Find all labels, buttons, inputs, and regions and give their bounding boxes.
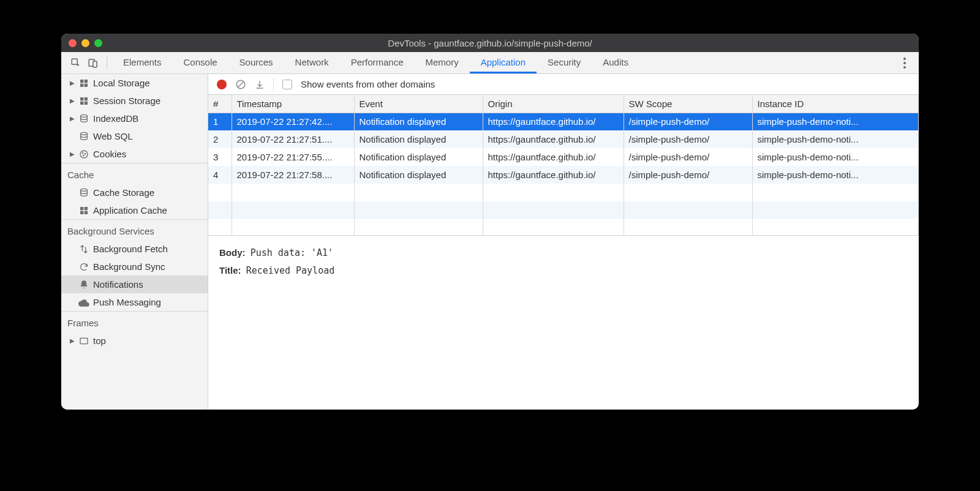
window-controls <box>69 39 102 47</box>
svg-rect-23 <box>80 211 83 214</box>
grid-icon <box>78 205 89 216</box>
tab-network[interactable]: Network <box>284 52 340 73</box>
column-header[interactable]: SW Scope <box>624 95 752 113</box>
sidebar-item-background-sync[interactable]: Background Sync <box>61 258 208 275</box>
column-header[interactable]: Instance ID <box>752 95 919 113</box>
detail-panel: Body: Push data: 'A1' Title: Received Pa… <box>208 236 919 288</box>
sidebar-item-push-messaging[interactable]: Push Messaging <box>61 293 208 311</box>
cell-ts: 2019-07-22 21:27:55.... <box>232 148 354 166</box>
cell-n: 2 <box>208 130 232 148</box>
svg-rect-2 <box>93 61 97 67</box>
tab-application[interactable]: Application <box>470 52 537 73</box>
tab-memory[interactable]: Memory <box>415 52 470 73</box>
clear-icon[interactable] <box>235 79 246 90</box>
sidebar-item-cache-storage[interactable]: Cache Storage <box>61 184 208 201</box>
detail-body-label: Body: <box>219 247 246 258</box>
sidebar-item-local-storage[interactable]: ▶Local Storage <box>61 74 208 92</box>
cell-ev: Notification displayed <box>354 113 483 130</box>
close-window-button[interactable] <box>69 39 77 47</box>
sidebar-item-cookies[interactable]: ▶Cookies <box>61 145 208 163</box>
record-button[interactable] <box>217 80 227 89</box>
minimize-window-button[interactable] <box>81 39 89 47</box>
cell-id: simple-push-demo-noti... <box>752 148 919 166</box>
svg-point-14 <box>81 114 88 117</box>
tab-elements[interactable]: Elements <box>112 52 173 73</box>
svg-rect-6 <box>80 80 83 83</box>
sidebar-item-notifications[interactable]: Notifications <box>61 275 208 293</box>
tab-security[interactable]: Security <box>537 52 592 73</box>
column-header[interactable]: Timestamp <box>232 95 354 113</box>
device-toggle-icon[interactable] <box>85 54 102 72</box>
maximize-window-button[interactable] <box>94 39 102 47</box>
sidebar-item-background-fetch[interactable]: Background Fetch <box>61 240 208 258</box>
detail-title-value: Received Payload <box>246 265 335 276</box>
table-row-empty <box>208 219 919 236</box>
svg-rect-13 <box>85 101 88 104</box>
db-icon <box>78 131 89 142</box>
db-icon <box>78 187 89 198</box>
more-menu-icon[interactable] <box>897 57 913 69</box>
sidebar-item-label: IndexedDB <box>93 113 138 124</box>
sidebar-item-label: Background Sync <box>93 261 165 272</box>
svg-point-15 <box>81 132 88 135</box>
show-events-label: Show events from other domains <box>301 79 435 89</box>
svg-point-4 <box>903 62 906 64</box>
svg-rect-11 <box>85 97 88 100</box>
sidebar-item-label: Local Storage <box>93 78 150 88</box>
updown-icon <box>78 244 89 255</box>
tab-sources[interactable]: Sources <box>228 52 284 73</box>
db-icon <box>78 113 89 124</box>
titlebar: DevTools - gauntface.github.io/simple-pu… <box>61 34 919 52</box>
cell-ev: Notification displayed <box>354 148 483 166</box>
sidebar-item-web-sql[interactable]: Web SQL <box>61 127 208 145</box>
cell-ts: 2019-07-22 21:27:58.... <box>232 166 354 184</box>
svg-rect-24 <box>85 211 88 214</box>
cell-or: https://gauntface.github.io/ <box>483 113 624 130</box>
cookie-icon <box>78 149 89 160</box>
download-icon[interactable] <box>255 80 265 89</box>
cloud-icon <box>78 297 89 308</box>
sidebar: ▶Local Storage▶Session Storage▶IndexedDB… <box>61 74 208 410</box>
sidebar-item-label: Notifications <box>93 279 143 290</box>
svg-rect-12 <box>80 101 83 104</box>
grid-icon <box>78 78 89 89</box>
table-row[interactable]: 12019-07-22 21:27:42....Notification dis… <box>208 113 919 130</box>
tab-performance[interactable]: Performance <box>340 52 415 73</box>
svg-rect-22 <box>85 207 88 210</box>
sidebar-item-application-cache[interactable]: Application Cache <box>61 201 208 219</box>
sidebar-item-top[interactable]: ▶top <box>61 332 208 350</box>
table-row[interactable]: 42019-07-22 21:27:58....Notification dis… <box>208 166 919 184</box>
sidebar-item-indexeddb[interactable]: ▶IndexedDB <box>61 110 208 127</box>
sidebar-item-label: top <box>93 335 106 346</box>
top-tabs: ElementsConsoleSourcesNetworkPerformance… <box>61 52 919 74</box>
cell-id: simple-push-demo-noti... <box>752 130 919 148</box>
expand-arrow-icon: ▶ <box>70 337 75 344</box>
sidebar-item-label: Cookies <box>93 149 126 159</box>
tab-audits[interactable]: Audits <box>592 52 639 73</box>
column-header[interactable]: # <box>208 95 232 113</box>
detail-body-value: Push data: 'A1' <box>251 247 333 258</box>
sidebar-section-frames: Frames <box>61 311 208 332</box>
column-header[interactable]: Origin <box>483 95 624 113</box>
divider <box>107 56 107 70</box>
svg-rect-7 <box>85 80 88 83</box>
svg-point-3 <box>903 58 906 60</box>
svg-point-16 <box>80 151 88 158</box>
cell-id: simple-push-demo-noti... <box>752 166 919 184</box>
tab-console[interactable]: Console <box>173 52 228 73</box>
devtools-window: DevTools - gauntface.github.io/simple-pu… <box>61 34 919 410</box>
table-row[interactable]: 22019-07-22 21:27:51....Notification dis… <box>208 130 919 148</box>
inspect-element-icon[interactable] <box>67 54 85 72</box>
cell-sw: /simple-push-demo/ <box>624 130 752 148</box>
cell-sw: /simple-push-demo/ <box>624 166 752 184</box>
sidebar-section-cache: Cache <box>61 163 208 184</box>
show-events-checkbox[interactable] <box>282 80 292 89</box>
column-header[interactable]: Event <box>354 95 483 113</box>
table-row[interactable]: 32019-07-22 21:27:55....Notification dis… <box>208 148 919 166</box>
svg-line-27 <box>238 81 244 87</box>
sidebar-item-label: Web SQL <box>93 131 133 141</box>
cell-sw: /simple-push-demo/ <box>624 148 752 166</box>
expand-arrow-icon: ▶ <box>70 151 75 157</box>
cell-ev: Notification displayed <box>354 166 483 184</box>
sidebar-item-session-storage[interactable]: ▶Session Storage <box>61 92 208 110</box>
